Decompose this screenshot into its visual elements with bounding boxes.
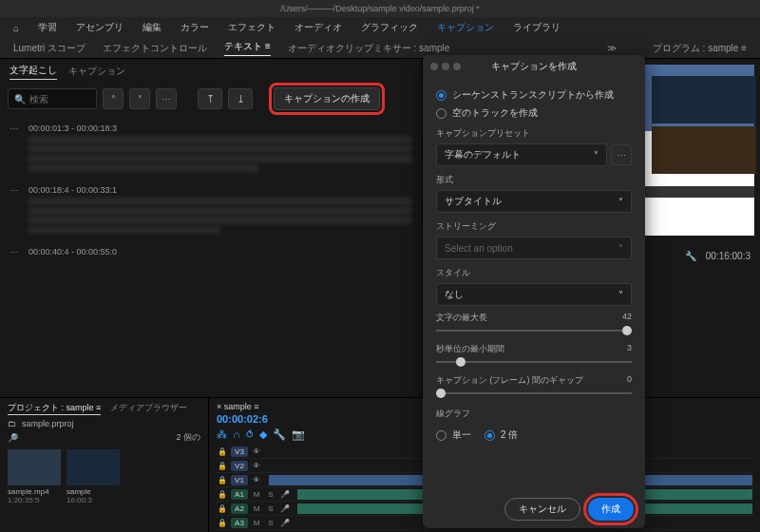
file-path: /Users/———/Desktop/sample video/sample.p…	[280, 4, 480, 13]
title-bar: /Users/———/Desktop/sample video/sample.p…	[0, 0, 760, 17]
radio-from-transcript[interactable]: シーケンストランスクリプトから作成	[436, 88, 632, 102]
chevron-down-icon: ˅	[618, 197, 623, 207]
ws-assembly[interactable]: アセンブリ	[76, 21, 124, 34]
tab-project[interactable]: プロジェクト : sample ≡	[8, 402, 101, 415]
tab-program[interactable]: プログラム : sample ≡	[653, 42, 747, 55]
ws-audio[interactable]: オーディオ	[294, 21, 342, 34]
radio-empty-track[interactable]: 空のトラックを作成	[436, 106, 632, 120]
ws-color[interactable]: カラー	[180, 21, 209, 34]
snap-icon[interactable]: ⁂	[217, 428, 227, 441]
tab-captions[interactable]: キャプション	[68, 65, 125, 78]
preset-more-icon[interactable]: ⋯	[611, 144, 632, 165]
merge-down-icon[interactable]: ⤓	[228, 88, 253, 109]
tab-text[interactable]: テキスト ≡	[224, 40, 271, 56]
maxlen-slider[interactable]	[436, 324, 632, 337]
create-captions-dialog: キャプションを作成 シーケンストランスクリプトから作成 空のトラックを作成 キャ…	[423, 55, 645, 528]
preset-dropdown[interactable]: 字幕のデフォルト˅	[436, 143, 607, 166]
ws-caption[interactable]: キャプション	[437, 21, 494, 34]
stream-dropdown: Select an option˅	[436, 237, 632, 259]
home-icon[interactable]: ⌂	[13, 23, 19, 33]
magnet-icon[interactable]: ∩	[233, 428, 240, 441]
create-button[interactable]: 作成	[588, 498, 634, 521]
overflow-icon[interactable]: ≫	[607, 43, 617, 53]
search-field[interactable]	[29, 94, 86, 104]
text-panel: 文字起こし キャプション 🔍 ˄ ˅ ⋯ ⤒ ⤓ キャプションの作成 ⋯ 00:…	[0, 59, 423, 397]
mindur-slider[interactable]	[436, 355, 632, 369]
timecode-out: 00:16:00:3	[706, 251, 750, 261]
timeline-tab[interactable]: × sample ≡	[217, 402, 259, 411]
ws-library[interactable]: ライブラリ	[513, 21, 560, 34]
panel-tabs: Lumetri スコープ エフェクトコントロール テキスト ≡ オーディオクリッ…	[0, 38, 760, 59]
style-dropdown[interactable]: なし˅	[436, 283, 632, 306]
tab-mediabrowser[interactable]: メディアブラウザー	[110, 402, 187, 415]
wrench-icon[interactable]: 🔧	[685, 251, 696, 261]
chevron-down-icon: ˅	[594, 150, 598, 161]
tab-transcript[interactable]: 文字起こし	[10, 64, 57, 80]
search-icon: 🔍	[14, 94, 26, 104]
radio-single-line[interactable]: 単一	[436, 428, 471, 442]
tab-effectcontrol[interactable]: エフェクトコントロール	[103, 42, 207, 55]
bin-icon: 🗀	[8, 419, 16, 428]
marker-icon[interactable]: ◆	[259, 428, 267, 441]
nav-down-icon[interactable]: ˅	[129, 88, 150, 109]
tab-audiomixer[interactable]: オーディオクリップミキサー : sample	[288, 42, 450, 55]
transcript-segment[interactable]: ⋯ 00:00:01:3 - 00:00:18:3	[0, 118, 422, 180]
ws-learn[interactable]: 学習	[38, 21, 57, 34]
transcript-list: ⋯ 00:00:01:3 - 00:00:18:3 ⋯ 00:00:18:4 -…	[0, 114, 422, 397]
replace-icon[interactable]: ⋯	[156, 88, 177, 109]
settings-icon[interactable]: 🔧	[273, 428, 286, 441]
gap-slider[interactable]	[436, 387, 632, 400]
ws-effects[interactable]: エフェクト	[228, 21, 276, 34]
ws-graphic[interactable]: グラフィック	[361, 21, 418, 34]
transcript-segment[interactable]: ⋯ 00:00:18:4 - 00:00:33:1	[0, 180, 422, 241]
tab-lumetri[interactable]: Lumetri スコープ	[13, 42, 86, 55]
project-panel: プロジェクト : sample ≡ メディアブラウザー 🗀 sample.prp…	[0, 398, 209, 532]
radio-double-line[interactable]: 2 倍	[484, 428, 518, 442]
chevron-down-icon: ˅	[618, 290, 623, 300]
format-dropdown[interactable]: サブタイトル˅	[436, 190, 632, 213]
ws-edit[interactable]: 編集	[142, 21, 162, 34]
link-icon[interactable]: ⥀	[246, 428, 254, 441]
search-input[interactable]: 🔍	[8, 88, 97, 109]
camera-icon[interactable]: 📷	[292, 428, 305, 441]
workspace-tabs: ⌂ 学習 アセンブリ 編集 カラー エフェクト オーディオ グラフィック キャプ…	[0, 17, 760, 38]
project-item[interactable]: sample.mp4 1:20:35:5	[8, 449, 61, 504]
merge-up-icon[interactable]: ⤒	[198, 88, 222, 109]
nav-up-icon[interactable]: ˄	[103, 88, 124, 109]
project-item[interactable]: sample 16:00:3	[66, 449, 120, 504]
cancel-button[interactable]: キャンセル	[504, 498, 580, 521]
transcript-segment[interactable]: ⋯ 00:00:40:4 - 00:00:55:0	[0, 241, 422, 265]
dialog-title: キャプションを作成	[491, 60, 577, 73]
create-captions-button[interactable]: キャプションの作成	[274, 87, 380, 110]
